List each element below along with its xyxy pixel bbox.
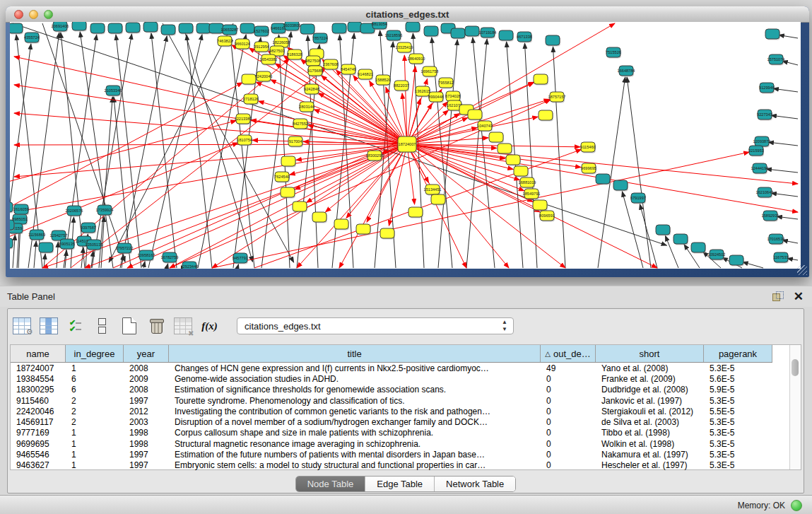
show-column-button[interactable] [39,317,58,336]
table-row[interactable]: 2242004622012Investigating the contribut… [11,406,772,416]
graph-node[interactable] [10,220,15,231]
graph-node[interactable] [506,155,521,166]
delete-column-button[interactable] [146,317,165,336]
graph-node[interactable]: 7515526 [606,47,621,59]
graph-node[interactable]: 13505135 [86,240,103,251]
graph-node[interactable]: 16782759 [161,252,179,264]
table-row[interactable]: 946362711997Embryonic stem cells: a mode… [11,460,772,471]
column-header-out-degree[interactable]: △out_de… [541,345,596,362]
graph-node[interactable]: 16033809 [283,22,301,32]
scrollbar-thumb[interactable] [792,359,799,376]
graph-node[interactable]: 16881019 [519,177,536,189]
table-selector-dropdown[interactable]: citations_edges.txt ▲▼ [237,317,514,334]
graph-node[interactable] [534,74,548,86]
table-row[interactable]: 969969511998Structural magnetic resonanc… [11,438,772,449]
graph-node[interactable]: 5905135 [59,239,75,250]
graph-node[interactable] [465,26,480,37]
graph-node[interactable]: 6791997 [630,193,646,204]
graph-node[interactable]: 4355724 [24,33,40,44]
graph-node[interactable] [332,23,347,35]
graph-node[interactable] [691,243,706,254]
table-row[interactable]: 946554611997Estimation of the future num… [11,449,772,460]
graph-node[interactable]: 8990448 [428,92,444,103]
graph-node[interactable]: 9242848 [304,84,319,95]
graph-node[interactable] [312,212,327,223]
window-resize-grip[interactable] [797,265,807,275]
graph-node[interactable]: 16961758 [421,66,439,78]
graph-node[interactable]: 17359924 [96,205,114,216]
graph-node[interactable]: 10653287 [221,25,239,36]
table-row[interactable]: 1938455462009Genome-wide association stu… [11,373,772,384]
graph-node[interactable]: 1040743 [477,121,493,132]
graph-node[interactable]: 1167533 [773,252,789,264]
table-vertical-scrollbar[interactable] [789,345,801,469]
graph-node[interactable]: 8822037 [394,81,409,92]
tab-node-table[interactable]: Node Table [296,477,366,491]
tab-network-table[interactable]: Network Table [435,477,515,491]
graph-node[interactable] [356,224,371,235]
graph-node[interactable] [143,22,158,33]
column-header-short[interactable]: short [596,345,704,362]
graph-node[interactable]: 1527602 [254,26,269,37]
graph-node[interactable] [673,234,688,245]
select-columns-button[interactable]: ✔✔ [66,317,85,336]
graph-node[interactable]: 20206576 [66,206,83,217]
graph-node[interactable] [242,74,257,86]
graph-node[interactable] [161,25,176,36]
graph-node[interactable] [281,187,295,199]
memory-ok-indicator[interactable] [791,500,802,511]
new-column-button[interactable] [119,317,139,336]
graph-node[interactable]: 8427552 [293,119,308,130]
graph-node[interactable] [300,24,315,35]
graph-node[interactable]: 2803144 [299,102,314,113]
graph-node[interactable]: 10924502 [708,250,726,261]
graph-node[interactable] [729,255,744,267]
graph-node[interactable]: 22420046 [255,71,273,83]
graph-node[interactable] [293,201,307,213]
column-header-in-degree[interactable]: in_degree [66,345,124,362]
graph-node[interactable]: 20691406 [52,22,69,33]
graph-node[interactable]: 9146821 [358,69,373,81]
network-canvas[interactable]: 4355724206914061065328715276026466160160… [10,22,801,269]
graph-node[interactable]: 15134451 [424,185,442,196]
graph-node[interactable]: 917004 [288,136,303,148]
table-row[interactable]: 911546021997Tourette syndrome. Phenomeno… [11,395,772,406]
graph-node[interactable] [765,29,780,40]
graph-node[interactable]: 9115460 [580,142,596,153]
table-row[interactable]: 1830029562008Estimation of significance … [11,385,772,395]
graph-node[interactable]: 15892931 [762,211,779,222]
graph-node[interactable]: 3215953 [748,146,764,157]
graph-node[interactable]: 9457791 [233,253,248,264]
graph-node[interactable] [240,23,255,35]
graph-node[interactable]: 17016534 [767,234,785,245]
graph-node[interactable] [613,180,628,192]
graph-node[interactable]: 7955812 [438,78,454,89]
graph-node[interactable]: 9227343 [757,110,772,121]
graph-node[interactable] [108,23,123,35]
graph-node[interactable] [533,200,548,211]
graph-node[interactable] [546,35,560,47]
graph-node[interactable]: 15751074 [767,54,785,66]
graph-node[interactable]: 4671338 [517,32,532,43]
graph-node[interactable]: 10719184 [479,28,497,39]
graph-node[interactable] [90,23,105,35]
table-settings-button[interactable]: ⚙ [12,317,31,336]
graph-node[interactable]: 18724007 [398,136,417,153]
graph-node[interactable] [451,28,466,40]
graph-node[interactable] [431,194,446,206]
graph-node[interactable] [72,22,87,32]
graph-node[interactable] [596,174,611,185]
table-row[interactable]: 977716911998Corpus callosum shape and si… [11,428,772,438]
graph-node[interactable]: 1810754 [237,135,252,146]
graph-node[interactable] [514,166,529,177]
graph-node[interactable]: 7463822 [217,36,233,47]
graph-node[interactable]: 8813054 [372,22,387,30]
graph-node[interactable]: 12444194 [751,163,769,175]
graph-node[interactable] [10,23,23,35]
graph-node[interactable]: 2616059 [13,204,29,216]
graph-node[interactable] [39,243,54,254]
graph-node[interactable]: 10958167 [138,250,155,262]
graph-node[interactable]: 11156869 [28,230,45,241]
graph-node[interactable]: 3912954 [254,42,269,53]
graph-node[interactable]: 9397587 [81,223,96,234]
